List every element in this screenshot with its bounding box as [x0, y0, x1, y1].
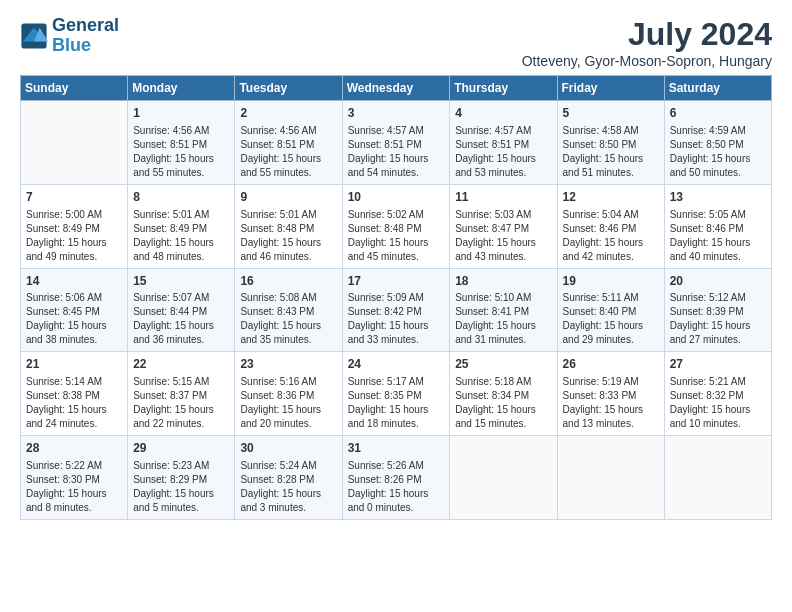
day-number: 13 [670, 189, 766, 206]
day-number: 23 [240, 356, 336, 373]
cell-content: Sunrise: 5:12 AM Sunset: 8:39 PM Dayligh… [670, 291, 766, 347]
col-wednesday: Wednesday [342, 76, 450, 101]
calendar-cell: 17Sunrise: 5:09 AM Sunset: 8:42 PM Dayli… [342, 268, 450, 352]
calendar-cell: 21Sunrise: 5:14 AM Sunset: 8:38 PM Dayli… [21, 352, 128, 436]
col-sunday: Sunday [21, 76, 128, 101]
calendar-cell: 7Sunrise: 5:00 AM Sunset: 8:49 PM Daylig… [21, 184, 128, 268]
cell-content: Sunrise: 5:10 AM Sunset: 8:41 PM Dayligh… [455, 291, 551, 347]
day-number: 10 [348, 189, 445, 206]
cell-content: Sunrise: 4:56 AM Sunset: 8:51 PM Dayligh… [133, 124, 229, 180]
day-number: 19 [563, 273, 659, 290]
col-monday: Monday [128, 76, 235, 101]
week-row-5: 28Sunrise: 5:22 AM Sunset: 8:30 PM Dayli… [21, 436, 772, 520]
cell-content: Sunrise: 5:04 AM Sunset: 8:46 PM Dayligh… [563, 208, 659, 264]
calendar-cell: 15Sunrise: 5:07 AM Sunset: 8:44 PM Dayli… [128, 268, 235, 352]
calendar-cell: 25Sunrise: 5:18 AM Sunset: 8:34 PM Dayli… [450, 352, 557, 436]
day-number: 31 [348, 440, 445, 457]
cell-content: Sunrise: 4:59 AM Sunset: 8:50 PM Dayligh… [670, 124, 766, 180]
calendar-header: Sunday Monday Tuesday Wednesday Thursday… [21, 76, 772, 101]
col-saturday: Saturday [664, 76, 771, 101]
calendar-cell: 6Sunrise: 4:59 AM Sunset: 8:50 PM Daylig… [664, 101, 771, 185]
calendar-cell: 18Sunrise: 5:10 AM Sunset: 8:41 PM Dayli… [450, 268, 557, 352]
calendar-cell: 13Sunrise: 5:05 AM Sunset: 8:46 PM Dayli… [664, 184, 771, 268]
cell-content: Sunrise: 5:08 AM Sunset: 8:43 PM Dayligh… [240, 291, 336, 347]
cell-content: Sunrise: 5:24 AM Sunset: 8:28 PM Dayligh… [240, 459, 336, 515]
day-number: 29 [133, 440, 229, 457]
cell-content: Sunrise: 5:09 AM Sunset: 8:42 PM Dayligh… [348, 291, 445, 347]
calendar-cell: 29Sunrise: 5:23 AM Sunset: 8:29 PM Dayli… [128, 436, 235, 520]
cell-content: Sunrise: 5:03 AM Sunset: 8:47 PM Dayligh… [455, 208, 551, 264]
day-number: 3 [348, 105, 445, 122]
logo-line2: Blue [52, 36, 119, 56]
calendar-cell: 11Sunrise: 5:03 AM Sunset: 8:47 PM Dayli… [450, 184, 557, 268]
title-block: July 2024 Otteveny, Gyor-Moson-Sopron, H… [522, 16, 772, 69]
cell-content: Sunrise: 4:58 AM Sunset: 8:50 PM Dayligh… [563, 124, 659, 180]
cell-content: Sunrise: 5:15 AM Sunset: 8:37 PM Dayligh… [133, 375, 229, 431]
calendar-cell: 8Sunrise: 5:01 AM Sunset: 8:49 PM Daylig… [128, 184, 235, 268]
day-number: 18 [455, 273, 551, 290]
day-number: 28 [26, 440, 122, 457]
cell-content: Sunrise: 5:19 AM Sunset: 8:33 PM Dayligh… [563, 375, 659, 431]
day-number: 9 [240, 189, 336, 206]
calendar-cell: 14Sunrise: 5:06 AM Sunset: 8:45 PM Dayli… [21, 268, 128, 352]
cell-content: Sunrise: 5:21 AM Sunset: 8:32 PM Dayligh… [670, 375, 766, 431]
calendar-cell: 24Sunrise: 5:17 AM Sunset: 8:35 PM Dayli… [342, 352, 450, 436]
calendar-cell [557, 436, 664, 520]
week-row-1: 1Sunrise: 4:56 AM Sunset: 8:51 PM Daylig… [21, 101, 772, 185]
calendar-cell: 22Sunrise: 5:15 AM Sunset: 8:37 PM Dayli… [128, 352, 235, 436]
calendar-cell [664, 436, 771, 520]
calendar-cell: 23Sunrise: 5:16 AM Sunset: 8:36 PM Dayli… [235, 352, 342, 436]
cell-content: Sunrise: 4:57 AM Sunset: 8:51 PM Dayligh… [455, 124, 551, 180]
calendar-cell: 4Sunrise: 4:57 AM Sunset: 8:51 PM Daylig… [450, 101, 557, 185]
calendar-cell [450, 436, 557, 520]
day-number: 7 [26, 189, 122, 206]
day-number: 1 [133, 105, 229, 122]
location-subtitle: Otteveny, Gyor-Moson-Sopron, Hungary [522, 53, 772, 69]
calendar-cell: 31Sunrise: 5:26 AM Sunset: 8:26 PM Dayli… [342, 436, 450, 520]
calendar-cell: 20Sunrise: 5:12 AM Sunset: 8:39 PM Dayli… [664, 268, 771, 352]
logo: General Blue [20, 16, 119, 56]
logo-icon [20, 22, 48, 50]
calendar-cell: 3Sunrise: 4:57 AM Sunset: 8:51 PM Daylig… [342, 101, 450, 185]
cell-content: Sunrise: 5:02 AM Sunset: 8:48 PM Dayligh… [348, 208, 445, 264]
calendar-cell: 10Sunrise: 5:02 AM Sunset: 8:48 PM Dayli… [342, 184, 450, 268]
day-number: 14 [26, 273, 122, 290]
cell-content: Sunrise: 5:23 AM Sunset: 8:29 PM Dayligh… [133, 459, 229, 515]
day-number: 4 [455, 105, 551, 122]
calendar-cell [21, 101, 128, 185]
day-number: 27 [670, 356, 766, 373]
cell-content: Sunrise: 5:14 AM Sunset: 8:38 PM Dayligh… [26, 375, 122, 431]
day-number: 5 [563, 105, 659, 122]
calendar-cell: 16Sunrise: 5:08 AM Sunset: 8:43 PM Dayli… [235, 268, 342, 352]
day-number: 6 [670, 105, 766, 122]
cell-content: Sunrise: 5:16 AM Sunset: 8:36 PM Dayligh… [240, 375, 336, 431]
cell-content: Sunrise: 4:57 AM Sunset: 8:51 PM Dayligh… [348, 124, 445, 180]
week-row-2: 7Sunrise: 5:00 AM Sunset: 8:49 PM Daylig… [21, 184, 772, 268]
cell-content: Sunrise: 5:11 AM Sunset: 8:40 PM Dayligh… [563, 291, 659, 347]
day-number: 16 [240, 273, 336, 290]
logo-text: General Blue [52, 16, 119, 56]
day-number: 22 [133, 356, 229, 373]
col-tuesday: Tuesday [235, 76, 342, 101]
calendar-table: Sunday Monday Tuesday Wednesday Thursday… [20, 75, 772, 520]
page-container: General Blue July 2024 Otteveny, Gyor-Mo… [0, 0, 792, 530]
day-number: 20 [670, 273, 766, 290]
day-number: 11 [455, 189, 551, 206]
calendar-cell: 9Sunrise: 5:01 AM Sunset: 8:48 PM Daylig… [235, 184, 342, 268]
day-number: 24 [348, 356, 445, 373]
cell-content: Sunrise: 5:07 AM Sunset: 8:44 PM Dayligh… [133, 291, 229, 347]
cell-content: Sunrise: 5:22 AM Sunset: 8:30 PM Dayligh… [26, 459, 122, 515]
cell-content: Sunrise: 5:06 AM Sunset: 8:45 PM Dayligh… [26, 291, 122, 347]
calendar-cell: 30Sunrise: 5:24 AM Sunset: 8:28 PM Dayli… [235, 436, 342, 520]
day-number: 21 [26, 356, 122, 373]
cell-content: Sunrise: 5:00 AM Sunset: 8:49 PM Dayligh… [26, 208, 122, 264]
day-number: 2 [240, 105, 336, 122]
cell-content: Sunrise: 5:26 AM Sunset: 8:26 PM Dayligh… [348, 459, 445, 515]
logo-line1: General [52, 16, 119, 36]
day-number: 30 [240, 440, 336, 457]
calendar-cell: 19Sunrise: 5:11 AM Sunset: 8:40 PM Dayli… [557, 268, 664, 352]
page-header: General Blue July 2024 Otteveny, Gyor-Mo… [20, 16, 772, 69]
week-row-4: 21Sunrise: 5:14 AM Sunset: 8:38 PM Dayli… [21, 352, 772, 436]
calendar-cell: 5Sunrise: 4:58 AM Sunset: 8:50 PM Daylig… [557, 101, 664, 185]
day-number: 17 [348, 273, 445, 290]
